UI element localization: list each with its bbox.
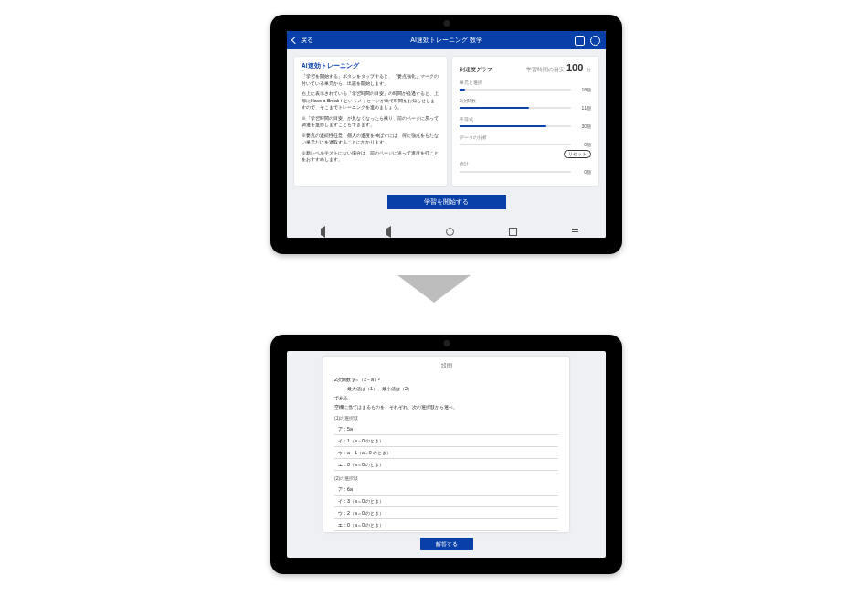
question-option[interactable]: ウ：a－1（a＝0 のとき） [334, 447, 558, 459]
question-sheet: 設問 2次関数 y＝（x－a）² 最大値は（1）、最小値は（2） である。 空欄… [323, 357, 569, 532]
question-stem-4: 空欄に当てはまるものを、それぞれ、次の選択肢から選べ。 [334, 403, 558, 410]
instructions-p2: 右上に表示されている「学習時間の目安」の時間が経過すると、上部にHave a B… [302, 91, 439, 112]
action-icon-1[interactable] [575, 36, 585, 46]
instructions-heading: AI速効トレーニング [302, 62, 439, 70]
screen-bottom: 設問 2次関数 y＝（x－a）² 最大値は（1）、最小値は（2） である。 空欄… [287, 351, 606, 558]
instructions-p4: ※要点の連続性任意、個人の進度を伸ばすには、何に強点をもたない単元だけを連取する… [302, 133, 439, 146]
group-label: (1)の選択肢 [334, 415, 558, 421]
option-group-2: (2)の選択肢 ア：6a イ：3（a＝0 のとき） ウ：2（a＝0 のとき） エ… [334, 475, 558, 531]
search-icon[interactable] [590, 36, 600, 46]
question-title: 設問 [334, 362, 558, 370]
metric-row: 総計 リセット 0個 [460, 153, 591, 175]
option-group-1: (1)の選択肢 ア：5a イ：1（a＝0 のとき） ウ：a－1（a＝0 のとき）… [334, 415, 558, 471]
metric-row: 2次関数 11個 [460, 98, 591, 111]
question-option[interactable]: イ：3（a＝0 のとき） [334, 496, 558, 507]
flow-arrow-down-icon [397, 275, 471, 303]
camera-dot [443, 340, 450, 346]
answer-button[interactable]: 解答する [420, 538, 473, 550]
tablet-device-bottom: 設問 2次関数 y＝（x－a）² 最大値は（1）、最小値は（2） である。 空欄… [270, 335, 622, 574]
instructions-p1: 「学習を開始する」ボタンをタップすると、「要点強化」マークの付いている単元から、… [302, 73, 439, 87]
question-stem-2: 最大値は（1）、最小値は（2） [334, 385, 558, 392]
nav-home-icon[interactable] [446, 228, 454, 236]
progress-card: 到達度グラフ 学習時間の目安 100 分 単元と選択 18個 2次関数 11個 [452, 57, 598, 186]
question-option[interactable]: ア：5a [334, 423, 558, 435]
reset-button[interactable]: リセット [564, 150, 591, 158]
question-option[interactable]: エ：0（a＝0 のとき） [334, 459, 558, 471]
instructions-p3: ※「学習時間の目安」が見なくなったら残り、前のページに戻って調達を進捗しますこと… [302, 115, 439, 129]
question-option[interactable]: ウ：2（a＝0 のとき） [334, 507, 558, 519]
start-button[interactable]: 学習を開始する [387, 195, 506, 209]
question-option[interactable]: エ：0（a＝0 のとき） [334, 519, 558, 531]
time-unit: 分 [587, 67, 591, 72]
nav-back-icon-2[interactable] [380, 226, 391, 238]
question-stem-3: である。 [334, 394, 558, 401]
nav-recent-icon[interactable] [509, 228, 517, 236]
android-navbar [287, 225, 606, 238]
instructions-p5: ※新レベルテストにない場合は、前のページに送って進度を行ことをおすすめします。 [302, 150, 439, 164]
metric-row: データの分析 0個 [460, 134, 591, 147]
app-topbar: 戻る AI速効トレーニング 数学 [287, 31, 606, 49]
screen-top: 戻る AI速効トレーニング 数学 AI速効トレーニング 「学習を開始する」ボタン… [287, 31, 606, 238]
camera-dot [443, 20, 450, 27]
chart-label: 到達度グラフ [460, 66, 492, 74]
time-label: 学習時間の目安 [526, 67, 565, 72]
metric-row: 単元と選択 18個 [460, 80, 591, 92]
topbar-actions [575, 31, 600, 49]
question-option[interactable]: イ：1（a＝0 のとき） [334, 435, 558, 447]
tablet-device-top: 戻る AI速効トレーニング 数学 AI速効トレーニング 「学習を開始する」ボタン… [270, 15, 622, 254]
group-label: (2)の選択肢 [334, 475, 558, 482]
page-title: AI速効トレーニング 数学 [287, 36, 606, 45]
question-stem-1: 2次関数 y＝（x－a）² [334, 376, 558, 383]
nav-back-icon[interactable] [314, 226, 325, 238]
question-option[interactable]: ア：6a [334, 484, 558, 496]
metric-row: 不等式 30個 [460, 116, 591, 129]
nav-menu-icon[interactable] [572, 229, 578, 235]
time-value: 100 [566, 62, 583, 73]
instructions-card: AI速効トレーニング 「学習を開始する」ボタンをタップすると、「要点強化」マーク… [294, 57, 447, 186]
